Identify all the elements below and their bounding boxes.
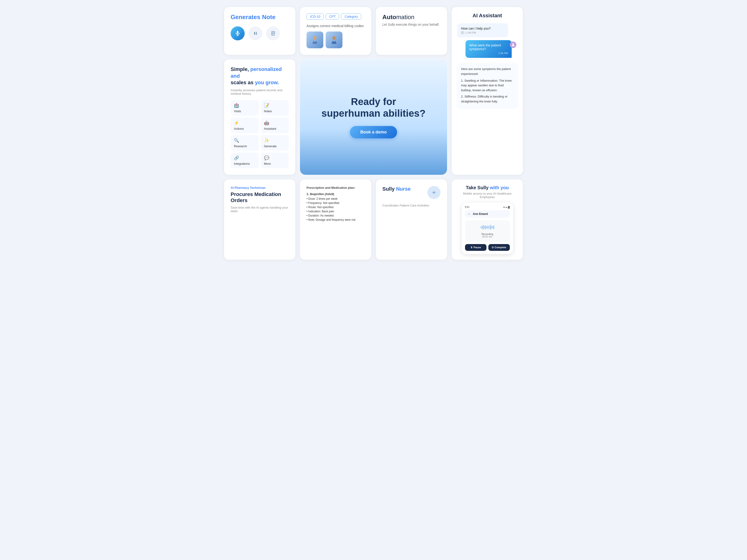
hero-title-line2: superhuman abilities? [321,108,426,119]
phone-time: 9:41 [465,206,469,208]
med-detail-note: Note: Dosage and frequency were not [307,218,365,222]
pause-button[interactable]: ⏸ Pause [465,244,487,251]
features-grid: 🏥 Visits 📝 Notes ⚡ Actions 🤖 Assistant 🔍… [231,100,289,168]
svg-point-11 [332,36,335,40]
pharmacy-title: Procures Medication Orders [231,191,289,204]
integrations-label: Integrations [234,162,256,165]
generate-icon: ✨ [264,138,286,143]
user-message-wrapper: What were the patient symptoms? 2:46 PM [457,40,517,61]
card-pharmacy: AI Pharmacy Technician Procures Medicati… [224,180,295,260]
assistant-icon: 🤖 [264,121,286,126]
waveform-bar [490,225,491,230]
more-icon: 💬 [264,155,286,161]
waveform-bar [483,225,484,230]
doc-icon[interactable] [266,26,280,41]
card-hero: Ready for superhuman abilities? Book a d… [300,59,447,175]
feature-integrations[interactable]: 🔗 Integrations [231,153,259,168]
nurse-subtitle: Coordinates Patient Care Activities [382,204,440,207]
card-sully-mobile: Take Sully with you Mobile access to you… [452,180,523,260]
waveform-bar [485,225,486,229]
feature-more[interactable]: 💬 More [261,153,289,168]
user-message-time: 2:46 PM [498,52,508,55]
med-name: 1. Ibuprofen (Advil) [307,192,365,196]
phone-action-buttons: ⏸ Pause ⊙ Complete [465,244,510,251]
notes-icon: 📝 [264,103,286,108]
feature-notes[interactable]: 📝 Notes [261,100,289,116]
research-icon: 🔍 [234,138,256,143]
visits-icon: 🏥 [234,103,256,108]
assistant-label: Assistant [264,127,286,130]
phone-status-bar: 9:41 ▪▪▪ ▴ ▓ [465,206,510,208]
bot-greeting-time: | 2:46 PM [461,31,505,34]
tag-category[interactable]: Category [341,14,361,20]
generates-title: Generates Note [231,14,289,21]
billing-description: Assigns correct medical billing codes [307,24,365,28]
svg-point-14 [512,44,514,45]
card-personalized: Simple, personalized and scales as you g… [224,59,295,175]
med-detail-freq: Frequency: Not specified [307,201,365,205]
waveform-bar [484,226,485,229]
card-nurse: Sully Nurse + Coordinates Patient Care A… [376,180,447,260]
bot-time: 2:46 PM [466,31,476,34]
doctor-img-1 [307,31,323,48]
mic-icon[interactable] [231,26,244,41]
response-intro: Here are some symptoms the patient exper… [461,67,514,77]
feature-generate[interactable]: ✨ Generate [261,135,289,151]
user-message-bubble: What were the patient symptoms? 2:46 PM [465,40,512,58]
nurse-plus-icon: + [428,186,440,199]
tag-cpt[interactable]: CPT [326,14,339,20]
research-label: Research [234,144,256,148]
waveform-bar [489,226,490,228]
user-time: 2:46 PM [498,52,508,55]
prescription-title: Prescription and Medication plan: [307,186,365,189]
card-prescription: Prescription and Medication plan: 1. Ibu… [300,180,371,260]
book-demo-button[interactable]: Book a demo [350,126,397,138]
billing-tags: ICD-10 CPT Category [307,14,365,20]
feature-actions[interactable]: ⚡ Actions [231,117,259,133]
complete-button[interactable]: ⊙ Complete [488,244,510,251]
generates-icon-row [231,26,289,41]
feature-visits[interactable]: 🏥 Visits [231,100,259,116]
chat-response: Here are some symptoms the patient exper… [457,63,517,107]
card-automation: Automation Let Sully execute things on y… [376,7,447,55]
waveform-bar [491,225,492,229]
pause-icon[interactable] [248,26,262,41]
generates-title-black: Generates [231,14,260,21]
response-2: 2. Stiffness: Difficulty in bending or s… [461,94,514,104]
card-ai-assistant: AI Assistant How can I help you? | 2:46 … [452,7,523,175]
phone-mockup: 9:41 ▪▪▪ ▴ ▓ ← Ann Emard [462,203,513,254]
feature-research[interactable]: 🔍 Research [231,135,259,151]
ai-assistant-title: AI Assistant [457,12,517,19]
integrations-icon: 🔗 [234,155,256,161]
automation-subtitle: Let Sully execute things on your behalf. [382,23,440,26]
phone-recording-area: Recording 00:52 sec [465,220,510,242]
back-arrow-icon[interactable]: ← [468,212,471,216]
svg-rect-0 [237,31,238,34]
sully-mobile-title: Take Sully with you [457,185,517,190]
recording-label: Recording [469,233,506,235]
waveform-bar [487,226,487,229]
waveform-bar [492,226,493,229]
hero-title-line1: Ready for [351,96,396,107]
phone-contact-name: Ann Emard [473,212,488,216]
automation-title: Automation [382,14,440,21]
recording-time: 00:52 sec [469,235,506,238]
doctor-images [307,31,365,48]
generates-title-blue: Note [262,14,276,21]
tag-icd10[interactable]: ICD-10 [307,14,324,20]
phone-header: ← Ann Emard [465,210,510,218]
feature-assistant[interactable]: 🤖 Assistant [261,117,289,133]
personalized-subtitle: Instantly accesses patient records and m… [231,88,289,96]
notes-label: Notes [264,109,286,113]
svg-rect-4 [256,32,257,35]
personalized-title: Simple, personalized and scales as you g… [231,66,289,86]
waveform-bar [482,225,483,229]
visits-label: Visits [234,109,256,113]
svg-point-9 [313,36,316,40]
generate-label: Generate [264,144,286,148]
med-detail-route: Route: Not specified [307,205,365,209]
card-generates: Generates Note [224,7,295,55]
hero-title: Ready for superhuman abilities? [321,96,426,119]
waveform [469,224,506,231]
pharmacy-badge: AI Pharmacy Technician [231,186,289,189]
